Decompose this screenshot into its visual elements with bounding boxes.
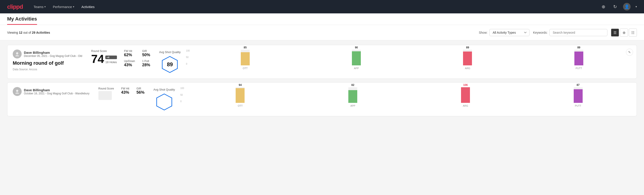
gir-pair: GIR 50%: [142, 50, 150, 57]
score-placeholder: [98, 91, 112, 100]
edit-button[interactable]: ✎: [626, 49, 633, 56]
fw-hit-pair-2: FW Hit 43%: [121, 87, 130, 95]
oneputt-value: 28%: [142, 63, 150, 68]
score-badge: +4: [105, 56, 117, 59]
nav-performance-label: Performance: [53, 5, 72, 9]
oneputt-pair: 1 Putt 28%: [142, 60, 150, 68]
svg-point-1: [16, 55, 19, 56]
viewing-prefix: Viewing: [7, 31, 19, 34]
bar-ott-value: 85: [244, 46, 246, 49]
avatar-chevron-icon[interactable]: ▾: [636, 5, 637, 8]
card-stats-2: Round Score FW Hit 43% GIR 56%: [98, 87, 144, 100]
user-date-2: October 16, 2021 - Gog Magog Golf Club -…: [24, 92, 90, 95]
main-content: Dave Billingham December 05, 2021 - Gog …: [0, 40, 644, 124]
svg-point-0: [16, 52, 18, 54]
card-left: Dave Billingham December 05, 2021 - Gog …: [13, 50, 82, 71]
score-value: 74: [91, 53, 104, 65]
round-score-label: Round Score: [91, 50, 117, 53]
bar-app-fill: [352, 51, 361, 65]
avg-shot-quality-label: Avg Shot Quality: [159, 50, 181, 54]
list-view-button[interactable]: ☰: [611, 28, 619, 36]
updown-label: Up/Down: [124, 60, 135, 63]
bar-arg-container: [463, 50, 472, 65]
refresh-button[interactable]: ↻: [612, 3, 618, 10]
nav-teams[interactable]: Teams ▾: [34, 4, 46, 10]
updown-pair: Up/Down 43%: [124, 60, 135, 68]
data-source: Data Source: Arccos: [13, 68, 82, 71]
quality-hexagon: 89: [161, 56, 179, 74]
quality-content: Avg Shot Quality 89: [159, 50, 181, 74]
quality-hexagon-2: [155, 93, 173, 111]
bar-putt-value: 89: [577, 46, 580, 49]
shot-quality-section: Avg Shot Quality 89 100 50: [159, 50, 631, 74]
nav-performance[interactable]: Performance ▾: [53, 4, 74, 10]
gir-value-2: 56%: [136, 90, 144, 95]
add-button[interactable]: ⊕: [600, 3, 607, 10]
bar-app-2: 82 APP: [300, 84, 406, 107]
fw-gir-group-2: FW Hit 43%: [121, 87, 130, 100]
activity-card: Dave Billingham December 05, 2021 - Gog …: [7, 45, 637, 79]
user-row-2: Dave Billingham October 16, 2021 - Gog M…: [13, 87, 90, 96]
bar-arg-label: ARG: [465, 67, 470, 70]
user-name: Dave Billingham: [24, 51, 82, 54]
oneputt-label: 1 Putt: [142, 60, 150, 63]
y-axis-0: 0: [186, 63, 190, 65]
viewing-suffix: Activities: [36, 31, 50, 34]
nav-icons: ⊕ ↻ 👤 ▾: [600, 3, 637, 10]
filter-show-group: Show: All Activity Types: [479, 29, 530, 36]
avg-shot-quality-label-2: Avg Shot Quality: [153, 88, 175, 91]
filter-keywords-group: Keywords:: [533, 29, 608, 36]
gir-value: 50%: [142, 53, 150, 57]
viewing-total: 29: [32, 31, 36, 34]
nav-activities[interactable]: Activities: [82, 4, 94, 10]
round-score-group-2: Round Score: [98, 87, 114, 100]
shot-quality-section-2: Avg Shot Quality 100 50 0: [153, 87, 631, 112]
activity-title: Morning round of golf: [13, 60, 82, 66]
fw-hit-pair: FW Hit 62%: [124, 50, 135, 57]
bar-putt-label: PUTT: [576, 67, 582, 70]
activity-card-2: Dave Billingham October 16, 2021 - Gog M…: [7, 82, 637, 116]
bar-chart-2: 94 OTT 82: [187, 87, 631, 112]
updown-value: 43%: [124, 63, 135, 68]
svg-marker-5: [157, 94, 172, 110]
bar-putt-fill: [574, 52, 583, 65]
gir-label-2: GIR: [136, 87, 144, 90]
bar-ott-2: 94 OTT: [187, 84, 294, 107]
bar-arg: 89 ARG: [415, 46, 520, 70]
y-axis-100: 100: [186, 50, 190, 52]
gir-pair-2: GIR 56%: [136, 87, 144, 95]
bar-ott-container: [241, 50, 250, 65]
svg-point-4: [16, 92, 19, 94]
card-left-2: Dave Billingham October 16, 2021 - Gog M…: [13, 87, 90, 98]
user-name-2: Dave Billingham: [24, 88, 90, 92]
bar-putt: 89 PUTT: [526, 46, 631, 70]
grid-view-button[interactable]: ⊕: [620, 28, 628, 36]
avatar-2: [13, 87, 22, 96]
page-title: My Activities: [7, 16, 37, 25]
score-display: 74 +4 18 Holes: [91, 53, 117, 65]
bar-putt-2: 87 PUTT: [525, 84, 631, 107]
view-toggle: ☰ ⊕ ☷: [611, 28, 637, 36]
compact-view-button[interactable]: ☷: [629, 28, 637, 36]
user-date: December 05, 2021 - Gog Magog Golf Club …: [24, 54, 82, 58]
filter-bar: Viewing 12 out of 29 Activities Show: Al…: [0, 25, 644, 40]
y-axis-50: 50: [186, 56, 190, 58]
avatar[interactable]: 👤: [623, 3, 630, 10]
score-meta: +4 18 Holes: [105, 56, 117, 65]
bar-putt-container: [574, 50, 583, 65]
show-label: Show:: [479, 31, 488, 34]
nav-activities-label: Activities: [82, 5, 94, 9]
bar-chart-wrap: 100 50 0 85 OTT: [186, 50, 631, 74]
bar-ott-value-2: 94: [239, 84, 242, 86]
bar-app-container: [352, 50, 361, 65]
chevron-down-icon: ▾: [44, 5, 46, 8]
bar-arg-value: 89: [466, 46, 469, 49]
search-input[interactable]: [550, 29, 608, 36]
gir-group-2: GIR 56%: [136, 87, 144, 100]
y-axis-0-2: 0: [180, 100, 184, 103]
logo[interactable]: clippd: [7, 3, 23, 10]
viewing-mid: out of: [22, 31, 32, 34]
bar-putt-value-2: 87: [576, 84, 580, 86]
activity-type-select[interactable]: All Activity Types: [489, 29, 530, 36]
bar-app-value: 90: [355, 46, 358, 49]
